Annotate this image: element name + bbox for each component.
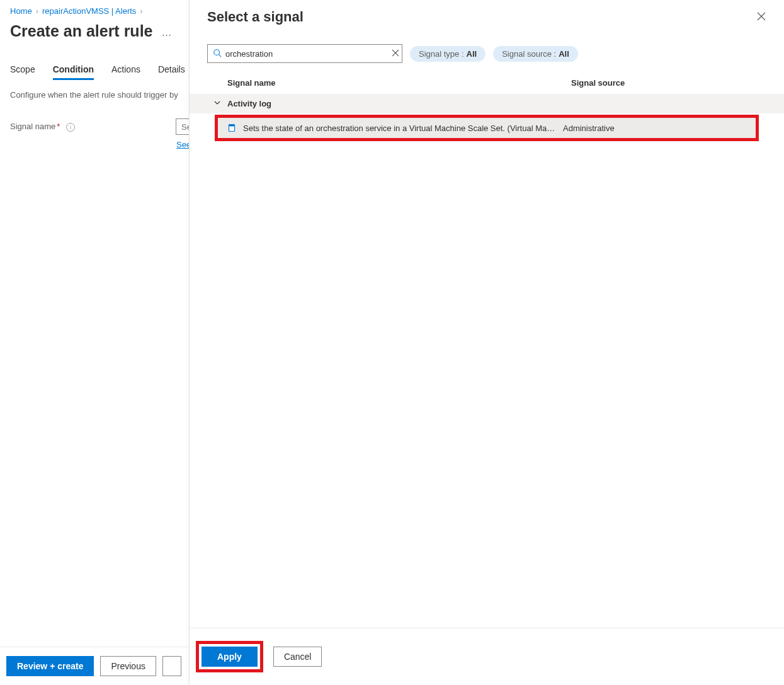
more-actions-button[interactable]: … [162, 27, 173, 38]
apply-button[interactable]: Apply [202, 647, 258, 667]
svg-line-3 [219, 54, 222, 57]
col-signal-source: Signal source [571, 78, 759, 88]
previous-button[interactable]: Previous [100, 656, 156, 676]
search-field[interactable] [207, 44, 402, 63]
chevron-down-icon [213, 99, 221, 108]
group-label: Activity log [227, 99, 271, 108]
tab-actions[interactable]: Actions [111, 64, 140, 80]
info-icon[interactable]: i [66, 123, 75, 132]
results-header: Signal name Signal source [190, 63, 784, 94]
clear-search-icon[interactable] [392, 49, 399, 59]
group-activity-log[interactable]: Activity log [190, 94, 784, 113]
filter-signal-source[interactable]: Signal source : All [493, 46, 578, 62]
search-input[interactable] [222, 49, 392, 59]
search-icon [213, 49, 222, 59]
annotation-highlight-apply: Apply [196, 641, 263, 672]
panel-footer: Apply Cancel [190, 628, 784, 685]
svg-rect-7 [229, 125, 235, 127]
filter-signal-type[interactable]: Signal type : All [410, 46, 486, 62]
tab-condition[interactable]: Condition [53, 64, 94, 80]
next-button-truncated[interactable] [162, 656, 181, 676]
svg-point-2 [214, 49, 220, 55]
annotation-highlight-result: Sets the state of an orchestration servi… [215, 115, 759, 141]
signal-result-source: Administrative [563, 124, 615, 133]
signal-result-name: Sets the state of an orchestration servi… [243, 124, 557, 133]
activity-log-icon [227, 123, 237, 133]
tab-scope[interactable]: Scope [10, 64, 35, 80]
chevron-right-icon: › [36, 6, 38, 16]
panel-title: Select a signal [207, 9, 304, 25]
crumb-resource-alerts[interactable]: repairActionVMSS | Alerts [42, 6, 136, 16]
tab-details[interactable]: Details [158, 64, 185, 80]
page-title: Create an alert rule [10, 22, 153, 40]
cancel-button[interactable]: Cancel [273, 647, 322, 667]
crumb-home[interactable]: Home [10, 6, 32, 16]
col-signal-name: Signal name [227, 78, 571, 88]
chevron-right-icon: › [140, 6, 142, 16]
signal-name-label: Signal name* i [10, 122, 75, 132]
signal-result-row[interactable]: Sets the state of an orchestration servi… [218, 118, 756, 138]
review-create-button[interactable]: Review + create [6, 656, 94, 676]
select-signal-panel: Select a signal Signal type : All Signal… [189, 0, 784, 685]
close-icon[interactable] [756, 11, 766, 23]
